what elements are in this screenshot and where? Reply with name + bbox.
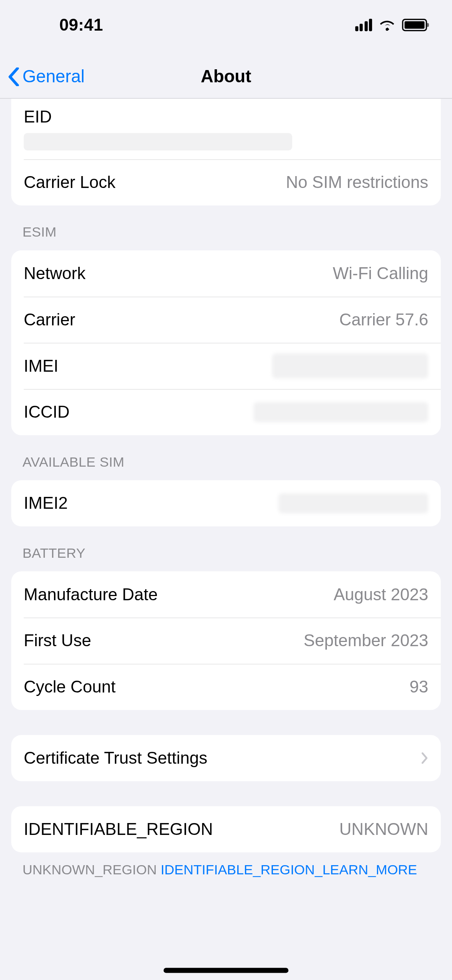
row-manufacture-date[interactable]: Manufacture Date August 2023 [11, 572, 441, 618]
row-network[interactable]: Network Wi-Fi Calling [11, 250, 441, 297]
first-use-label: First Use [24, 631, 91, 650]
row-certificate-trust-settings[interactable]: Certificate Trust Settings [11, 735, 441, 781]
group-esim: Network Wi-Fi Calling Carrier Carrier 57… [11, 250, 441, 435]
chevron-right-icon [421, 752, 428, 764]
iccid-value-redacted [253, 402, 428, 422]
imei-label: IMEI [24, 356, 59, 376]
cellular-signal-icon [355, 19, 372, 31]
cycle-count-value: 93 [410, 677, 428, 697]
imei-value-redacted [272, 353, 428, 378]
status-bar: 09:41 [0, 0, 452, 44]
status-icons [355, 19, 427, 31]
row-first-use[interactable]: First Use September 2023 [11, 617, 441, 664]
row-identifiable-region[interactable]: IDENTIFIABLE_REGION UNKNOWN [11, 806, 441, 853]
back-button-label: General [23, 67, 85, 87]
row-iccid[interactable]: ICCID [11, 389, 441, 435]
svg-point-0 [386, 28, 388, 31]
manufacture-date-value: August 2023 [334, 585, 428, 604]
region-footer: UNKNOWN_REGION IDENTIFIABLE_REGION_LEARN… [0, 853, 452, 879]
section-header-esim: ESIM [0, 206, 452, 244]
row-imei[interactable]: IMEI [11, 343, 441, 389]
network-label: Network [24, 264, 86, 283]
first-use-value: September 2023 [304, 631, 428, 650]
group-region: IDENTIFIABLE_REGION UNKNOWN [11, 806, 441, 853]
certificate-trust-label: Certificate Trust Settings [24, 748, 207, 768]
manufacture-date-label: Manufacture Date [24, 585, 158, 604]
eid-value-redacted [24, 133, 292, 150]
region-label: IDENTIFIABLE_REGION [24, 820, 213, 839]
home-indicator[interactable] [163, 968, 288, 973]
eid-label: EID [24, 108, 52, 127]
iccid-label: ICCID [24, 402, 70, 422]
battery-icon [402, 19, 427, 31]
row-eid[interactable]: EID [11, 99, 441, 159]
group-battery: Manufacture Date August 2023 First Use S… [11, 572, 441, 710]
row-cycle-count[interactable]: Cycle Count 93 [11, 664, 441, 710]
group-certificate: Certificate Trust Settings [11, 735, 441, 781]
carrier-label: Carrier [24, 310, 75, 330]
group-available-sim: IMEI2 [11, 480, 441, 526]
section-header-battery: BATTERY [0, 526, 452, 565]
carrier-lock-label: Carrier Lock [24, 173, 116, 192]
region-value: UNKNOWN [339, 820, 428, 839]
row-carrier[interactable]: Carrier Carrier 57.6 [11, 297, 441, 343]
chevron-left-icon [8, 67, 20, 86]
nav-bar: General About [0, 55, 452, 99]
group-device-identifiers: EID Carrier Lock No SIM restrictions [11, 99, 441, 206]
network-value: Wi-Fi Calling [333, 264, 428, 283]
row-imei2[interactable]: IMEI2 [11, 480, 441, 526]
carrier-lock-value: No SIM restrictions [286, 173, 428, 192]
status-time: 09:41 [25, 15, 103, 35]
cycle-count-label: Cycle Count [24, 677, 116, 697]
wifi-icon [379, 19, 396, 31]
imei2-label: IMEI2 [24, 493, 68, 513]
section-header-available-sim: AVAILABLE SIM [0, 435, 452, 474]
back-button[interactable]: General [8, 67, 85, 87]
carrier-value: Carrier 57.6 [339, 310, 428, 330]
region-footer-prefix: UNKNOWN_REGION [23, 862, 161, 877]
imei2-value-redacted [279, 493, 428, 513]
row-carrier-lock[interactable]: Carrier Lock No SIM restrictions [11, 159, 441, 206]
region-learn-more-link[interactable]: IDENTIFIABLE_REGION_LEARN_MORE [161, 862, 417, 877]
